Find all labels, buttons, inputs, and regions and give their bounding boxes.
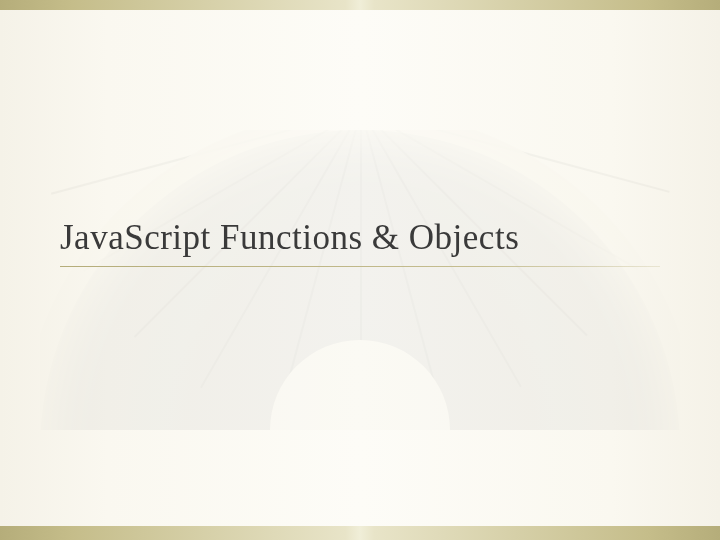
fan-background-decoration <box>40 130 680 430</box>
bottom-accent-bar <box>0 526 720 540</box>
top-accent-bar <box>0 0 720 10</box>
title-area: JavaScript Functions & Objects <box>60 218 660 267</box>
title-underline <box>60 266 660 267</box>
slide: JavaScript Functions & Objects <box>0 0 720 540</box>
slide-title: JavaScript Functions & Objects <box>60 218 660 266</box>
